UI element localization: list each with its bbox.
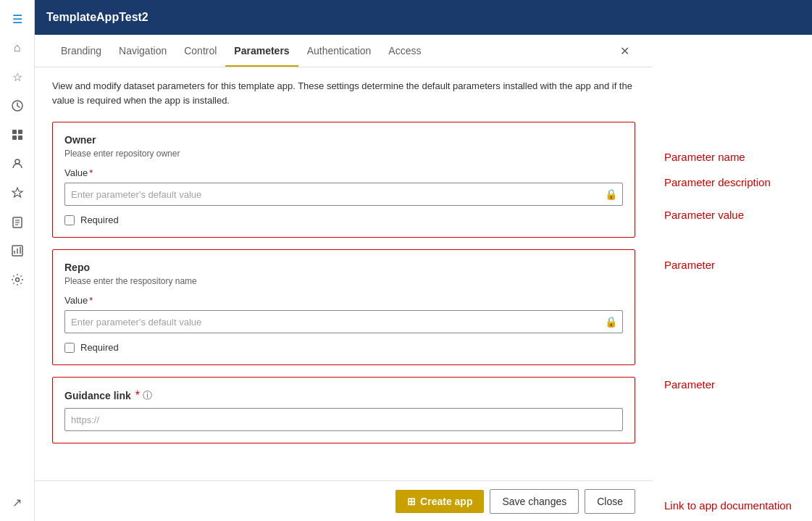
annotation-param-value: Parameter value	[664, 209, 792, 221]
close-panel-button[interactable]: ✕	[614, 38, 635, 64]
annotation-param-name: Parameter name	[664, 151, 792, 163]
lock-icon-2: 🔒	[605, 316, 617, 328]
lock-icon-1: 🔒	[605, 188, 617, 200]
settings-icon[interactable]	[4, 267, 30, 293]
param-repo-value-label: Value*	[64, 295, 623, 306]
svg-rect-2	[18, 130, 22, 134]
guidance-link-label: Guidance link	[64, 390, 131, 401]
app-title: TemplateAppTest2	[46, 11, 148, 24]
svg-rect-4	[18, 136, 22, 140]
param-owner-required-row: Required	[64, 214, 623, 225]
home-icon[interactable]: ⌂	[4, 35, 30, 61]
content-area: Branding Navigation Control Parameters A…	[35, 35, 812, 521]
apps-icon[interactable]	[4, 122, 30, 148]
info-icon[interactable]: ⓘ	[143, 389, 152, 402]
param-owner-required-checkbox[interactable]	[64, 215, 75, 225]
param-repo-input[interactable]	[64, 310, 623, 333]
required-star-1: *	[89, 167, 93, 178]
create-app-label: Create app	[420, 496, 472, 507]
people-icon[interactable]	[4, 151, 30, 177]
tab-access[interactable]: Access	[380, 35, 430, 67]
guidance-required-star: *	[135, 389, 140, 402]
favorites-icon[interactable]: ☆	[4, 64, 30, 90]
param-repo-required-label[interactable]: Required	[80, 342, 119, 353]
guidance-label-row: Guidance link * ⓘ	[64, 389, 623, 402]
param-owner-required-label[interactable]: Required	[80, 214, 119, 225]
tabs-row: Branding Navigation Control Parameters A…	[35, 35, 653, 67]
svg-point-14	[15, 278, 19, 282]
parameter-repo-card: Repo Please enter the respository name V…	[52, 249, 635, 365]
reports-icon[interactable]	[4, 238, 30, 264]
save-changes-button[interactable]: Save changes	[490, 489, 579, 514]
param-owner-input-wrapper: 🔒	[64, 183, 623, 206]
external-link-icon[interactable]: ↗	[4, 489, 30, 515]
svg-rect-1	[12, 130, 17, 134]
annotation-parameter-2: Parameter	[664, 378, 792, 391]
param-repo-input-wrapper: 🔒	[64, 310, 623, 333]
guidance-link-card: Guidance link * ⓘ	[52, 377, 635, 443]
param-owner-value-label: Value*	[64, 167, 623, 178]
svg-rect-3	[12, 136, 17, 140]
param-owner-desc: Please enter repository owner	[64, 149, 623, 159]
param-repo-required-checkbox[interactable]	[64, 343, 75, 353]
main-wrapper: TemplateAppTest2 Branding Navigation Con…	[35, 0, 812, 521]
annotation-param-desc: Parameter description	[664, 176, 792, 188]
topbar: TemplateAppTest2	[35, 0, 812, 35]
footer: ⊞ Create app Save changes Close	[35, 480, 653, 521]
param-repo-required-row: Required	[64, 342, 623, 353]
tab-navigation[interactable]: Navigation	[110, 35, 175, 67]
tab-parameters[interactable]: Parameters	[225, 35, 298, 67]
param-repo-desc: Please enter the respository name	[64, 276, 623, 286]
annotation-parameter-1: Parameter	[664, 259, 792, 271]
svg-point-5	[15, 159, 20, 164]
param-owner-name: Owner	[64, 134, 623, 146]
param-owner-input[interactable]	[64, 183, 623, 206]
tab-control[interactable]: Control	[175, 35, 225, 67]
parameter-owner-card: Owner Please enter repository owner Valu…	[52, 122, 635, 238]
param-repo-name: Repo	[64, 262, 623, 273]
hamburger-menu-icon[interactable]: ☰	[4, 6, 30, 32]
tab-authentication[interactable]: Authentication	[298, 35, 380, 67]
tab-branding[interactable]: Branding	[52, 35, 110, 67]
panel-body: View and modify dataset parameters for t…	[35, 67, 653, 480]
create-app-icon: ⊞	[407, 496, 416, 507]
create-app-button[interactable]: ⊞ Create app	[395, 490, 484, 513]
panel: Branding Navigation Control Parameters A…	[35, 35, 653, 521]
guidance-link-input[interactable]	[64, 408, 623, 431]
annotation-panel: Parameter name Parameter description Par…	[653, 35, 812, 521]
recent-icon[interactable]	[4, 93, 30, 119]
deploy-icon[interactable]	[4, 180, 30, 206]
close-button[interactable]: Close	[585, 489, 635, 514]
learn-icon[interactable]	[4, 209, 30, 235]
required-star-2: *	[89, 295, 93, 306]
annotation-link-doc: Link to app documentation	[664, 499, 792, 512]
description-text: View and modify dataset parameters for t…	[52, 79, 635, 107]
sidebar: ☰ ⌂ ☆ ↗	[0, 0, 35, 521]
